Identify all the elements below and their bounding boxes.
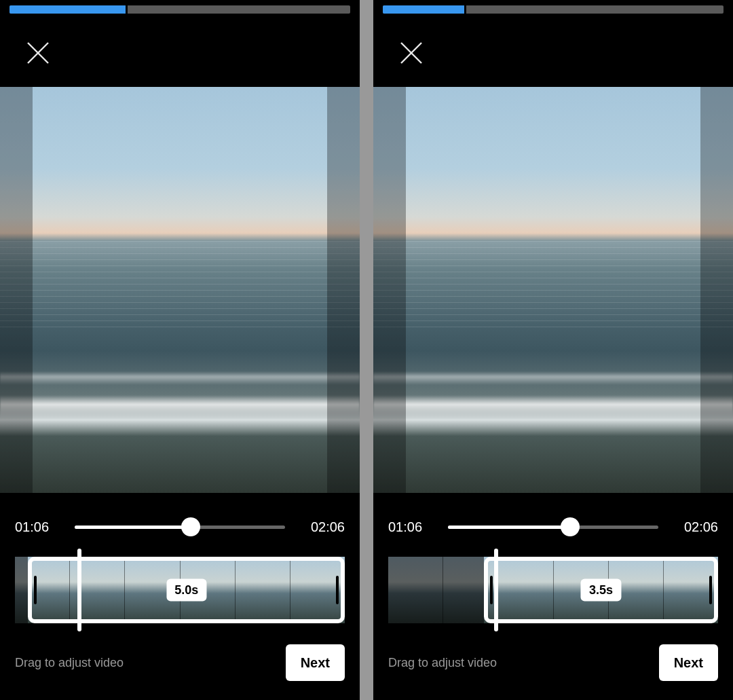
scrubber-handle[interactable]	[181, 517, 200, 536]
time-total: 02:06	[671, 519, 718, 535]
comparison-stage: 01:06 02:06 5.0s Drag to adjust video Ne…	[0, 0, 733, 700]
phone-left: 01:06 02:06 5.0s Drag to adjust video Ne…	[0, 0, 360, 700]
trim-duration-chip: 5.0s	[166, 579, 206, 602]
bottom-bar: Drag to adjust video Next	[388, 641, 718, 684]
time-current: 01:06	[15, 519, 62, 535]
upload-progress-fill	[10, 5, 126, 14]
bottom-bar: Drag to adjust video Next	[15, 641, 345, 684]
close-icon	[398, 57, 425, 69]
trim-dim-left	[15, 557, 28, 623]
trim-playhead[interactable]	[77, 549, 81, 631]
playback-scrubber: 01:06 02:06	[0, 506, 360, 547]
phone-right: 01:06 02:06 3.5s Drag to adjust video Ne…	[373, 0, 733, 700]
scrubber-track[interactable]	[75, 526, 285, 529]
video-preview[interactable]	[0, 87, 360, 493]
close-button[interactable]	[398, 39, 425, 67]
playback-scrubber: 01:06 02:06	[373, 506, 733, 547]
trim-timeline[interactable]: 5.0s	[15, 557, 345, 623]
crop-shade-left	[0, 87, 33, 493]
upload-progress-notch	[126, 5, 128, 14]
upload-progress-notch	[464, 5, 466, 14]
upload-progress	[10, 5, 350, 14]
upload-progress	[383, 5, 723, 14]
time-total: 02:06	[297, 519, 345, 535]
trim-window[interactable]: 5.0s	[28, 557, 345, 623]
trim-window[interactable]: 3.5s	[484, 557, 718, 623]
scrubber-handle[interactable]	[561, 517, 580, 536]
trim-duration-chip: 3.5s	[581, 579, 621, 602]
time-current: 01:06	[388, 519, 436, 535]
close-icon	[24, 57, 52, 69]
video-preview[interactable]	[373, 87, 733, 493]
next-button[interactable]: Next	[286, 644, 345, 681]
screenshot-divider	[360, 0, 373, 700]
next-button[interactable]: Next	[659, 644, 718, 681]
hint-text: Drag to adjust video	[15, 656, 124, 670]
trim-timeline[interactable]: 3.5s	[388, 557, 718, 623]
scrubber-track[interactable]	[448, 526, 658, 529]
crop-shade-right	[700, 87, 733, 493]
crop-shade-left	[373, 87, 406, 493]
hint-text: Drag to adjust video	[388, 656, 497, 670]
upload-progress-fill	[383, 5, 464, 14]
crop-shade-right	[327, 87, 360, 493]
scrubber-progress	[75, 526, 191, 529]
scrubber-progress	[448, 526, 570, 529]
preview-image	[373, 87, 733, 493]
trim-dim-left	[388, 557, 484, 623]
preview-image	[0, 87, 360, 493]
close-button[interactable]	[24, 39, 52, 67]
trim-playhead[interactable]	[494, 549, 498, 631]
